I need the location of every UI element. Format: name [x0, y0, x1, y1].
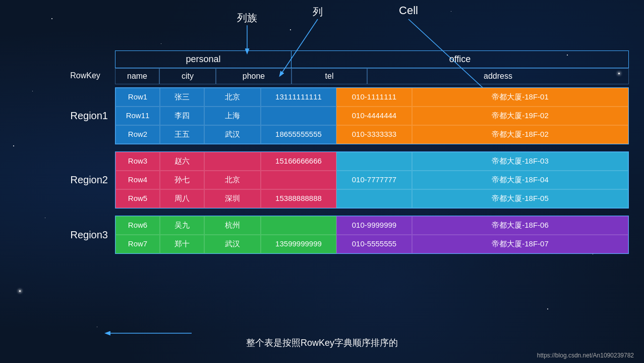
footer-url: https://blog.csdn.net/An1090239782: [537, 352, 634, 359]
r3-row7-phone: 13599999999: [261, 235, 336, 253]
region1-table: Row1 张三 北京 13111111111 010-1111111 帝都大厦-…: [115, 87, 629, 144]
r2-row5-city: 深圳: [204, 189, 261, 208]
col-headers-row: RowKey name city phone tel address: [55, 68, 629, 84]
region2-label: Region2: [55, 174, 115, 186]
footer-text: 整个表是按照RowKey字典顺序排序的: [0, 337, 644, 349]
r1-row2-rowkey: Row2: [115, 125, 160, 144]
r2-row5-address: 帝都大厦-18F-05: [412, 189, 628, 208]
r2-row5-tel: [336, 189, 412, 208]
r2-row3-phone: 15166666666: [261, 152, 336, 171]
r1-row11-rowkey: Row11: [115, 107, 160, 125]
r3-row6-rowkey: Row6: [115, 216, 160, 235]
r3-row6-phone: [261, 216, 336, 235]
table-row: Row5 周八 深圳 15388888888 帝都大厦-18F-05: [115, 189, 628, 208]
r2-row3-name: 赵六: [160, 152, 204, 171]
r2-row4-city: 北京: [204, 171, 261, 189]
r3-row7-address: 帝都大厦-18F-07: [412, 235, 628, 253]
r3-row6-tel: 010-9999999: [336, 216, 412, 235]
table-row: Row3 赵六 15166666666 帝都大厦-18F-03: [115, 152, 628, 171]
table-row: Row2 王五 武汉 18655555555 010-3333333 帝都大厦-…: [115, 125, 628, 144]
header-name: name: [115, 68, 159, 84]
r2-row3-address: 帝都大厦-18F-03: [412, 152, 628, 171]
r1-row11-name: 李四: [160, 107, 204, 125]
r1-row2-name: 王五: [160, 125, 204, 144]
col-family-row: personal office: [115, 50, 629, 68]
r1-row2-city: 武汉: [204, 125, 261, 144]
r3-row7-name: 郑十: [160, 235, 204, 253]
r3-row6-name: 吴九: [160, 216, 204, 235]
header-address: address: [367, 68, 629, 84]
r1-row11-tel: 010-4444444: [336, 107, 412, 125]
col-family-office: office: [291, 50, 629, 68]
region3-table: Row6 吴九 杭州 010-9999999 帝都大厦-18F-06 Row7 …: [115, 216, 629, 254]
header-phone: phone: [216, 68, 291, 84]
r1-row11-phone: [261, 107, 336, 125]
table-row: Row6 吴九 杭州 010-9999999 帝都大厦-18F-06: [115, 216, 628, 235]
main-container: personal office RowKey name city phone t…: [10, 5, 634, 358]
table-row: Row7 郑十 武汉 13599999999 010-5555555 帝都大厦-…: [115, 235, 628, 253]
r1-row1-tel: 010-1111111: [336, 88, 412, 107]
r1-row2-address: 帝都大厦-18F-02: [412, 125, 628, 144]
r2-row4-tel: 010-7777777: [336, 171, 412, 189]
region1-label: Region1: [55, 110, 115, 122]
r2-row5-name: 周八: [160, 189, 204, 208]
r1-row11-address: 帝都大厦-19F-02: [412, 107, 628, 125]
r2-row4-rowkey: Row4: [115, 171, 160, 189]
r1-row1-address: 帝都大厦-18F-01: [412, 88, 628, 107]
r3-row7-tel: 010-5555555: [336, 235, 412, 253]
r1-row1-phone: 13111111111: [261, 88, 336, 107]
r2-row3-city: [204, 152, 261, 171]
r2-row4-phone: [261, 171, 336, 189]
regions-container: Region1 Row1 张三 北京 13111111111 010-11111…: [55, 87, 629, 254]
r1-row1-rowkey: Row1: [115, 88, 160, 107]
r3-row7-city: 武汉: [204, 235, 261, 253]
region3-block: Region3 Row6 吴九 杭州 010-9999999 帝都大厦-18F-…: [55, 216, 629, 254]
col-family-personal: personal: [115, 50, 291, 68]
r2-row5-rowkey: Row5: [115, 189, 160, 208]
r1-row1-name: 张三: [160, 88, 204, 107]
region1-block: Region1 Row1 张三 北京 13111111111 010-11111…: [55, 87, 629, 144]
r2-row4-name: 孙七: [160, 171, 204, 189]
table-wrapper: personal office RowKey name city phone t…: [55, 50, 629, 261]
r3-row6-city: 杭州: [204, 216, 261, 235]
r1-row2-tel: 010-3333333: [336, 125, 412, 144]
r3-row7-rowkey: Row7: [115, 235, 160, 253]
r3-row6-address: 帝都大厦-18F-06: [412, 216, 628, 235]
region2-block: Region2 Row3 赵六 15166666666 帝都大厦-18F-03 …: [55, 151, 629, 209]
table-row: Row4 孙七 北京 010-7777777 帝都大厦-18F-04: [115, 171, 628, 189]
r1-row1-city: 北京: [204, 88, 261, 107]
r2-row3-rowkey: Row3: [115, 152, 160, 171]
header-city: city: [159, 68, 216, 84]
r2-row4-address: 帝都大厦-18F-04: [412, 171, 628, 189]
r1-row2-phone: 18655555555: [261, 125, 336, 144]
region3-label: Region3: [55, 229, 115, 241]
r2-row3-tel: [336, 152, 412, 171]
table-row: Row11 李四 上海 010-4444444 帝都大厦-19F-02: [115, 107, 628, 125]
header-tel: tel: [291, 68, 367, 84]
region2-table: Row3 赵六 15166666666 帝都大厦-18F-03 Row4 孙七 …: [115, 151, 629, 209]
table-row: Row1 张三 北京 13111111111 010-1111111 帝都大厦-…: [115, 88, 628, 107]
r2-row5-phone: 15388888888: [261, 189, 336, 208]
r1-row11-city: 上海: [204, 107, 261, 125]
header-rowkey: RowKey: [55, 68, 115, 84]
